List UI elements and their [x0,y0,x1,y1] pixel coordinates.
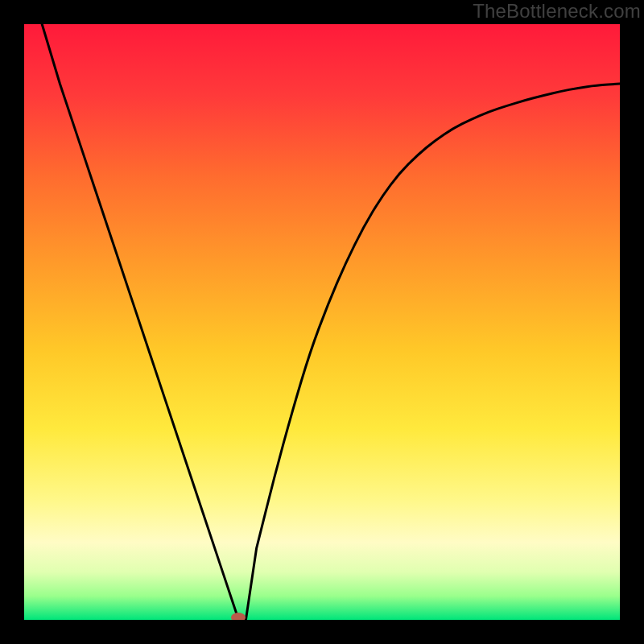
watermark-text: TheBottleneck.com [473,0,641,23]
plot-area [24,24,620,620]
bottleneck-curve [42,24,620,620]
chart-frame: TheBottleneck.com [0,0,644,644]
min-marker-dot [231,613,246,620]
curve-svg [24,24,620,620]
